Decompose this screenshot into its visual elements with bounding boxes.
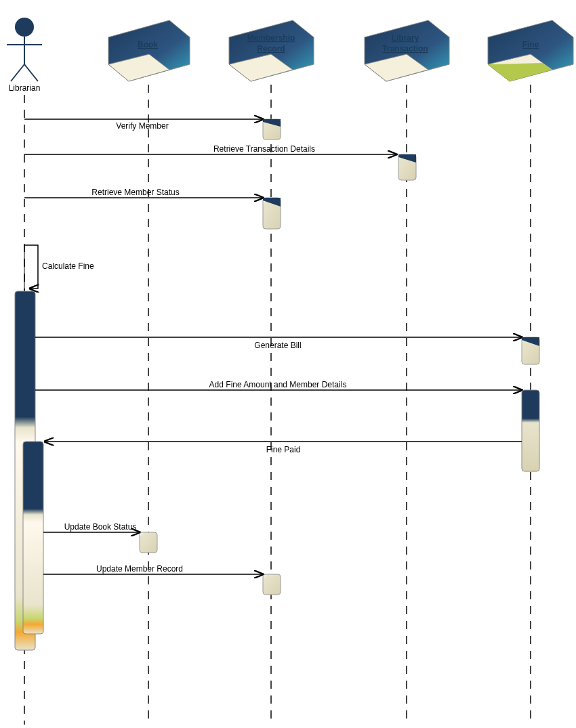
participant-fine: Fine: [488, 20, 573, 81]
actor-label: Librarian: [9, 83, 41, 93]
svg-text:Library: Library: [392, 33, 419, 43]
svg-text:Retrieve Member Status: Retrieve Member Status: [91, 188, 179, 197]
svg-text:Verify Member: Verify Member: [116, 121, 168, 131]
svg-text:Retrieve Transaction Details: Retrieve Transaction Details: [213, 144, 315, 154]
svg-text:Membership: Membership: [247, 33, 295, 43]
activation-membership-3: [263, 574, 281, 595]
svg-text:Record: Record: [257, 44, 285, 53]
svg-line-4: [24, 64, 38, 81]
svg-text:Book: Book: [138, 40, 158, 49]
svg-line-3: [11, 64, 24, 81]
svg-text:Generate Bill: Generate Bill: [254, 341, 301, 350]
svg-text:Transaction: Transaction: [382, 44, 428, 53]
svg-text:Calculate Fine: Calculate Fine: [42, 261, 94, 271]
svg-text:Update Member Record: Update Member Record: [96, 564, 183, 574]
svg-text:Fine Paid: Fine Paid: [266, 445, 301, 454]
participant-membership-record: Membership Record: [229, 20, 314, 81]
activation-librarian-nested: [23, 442, 43, 634]
actor-librarian: Librarian: [7, 18, 42, 93]
svg-text:Add Fine Amount and Member Det: Add Fine Amount and Member Details: [209, 380, 347, 389]
participant-library-transaction: Library Transaction: [365, 20, 449, 81]
activation-book-1: [140, 532, 157, 553]
svg-text:Fine: Fine: [522, 40, 539, 49]
svg-text:Update Book Status: Update Book Status: [64, 522, 137, 532]
participant-book: Book: [108, 20, 190, 81]
msg-calculate-fine: Calculate Fine: [24, 245, 94, 291]
activation-fine-2: [522, 390, 539, 471]
svg-point-0: [15, 18, 34, 37]
